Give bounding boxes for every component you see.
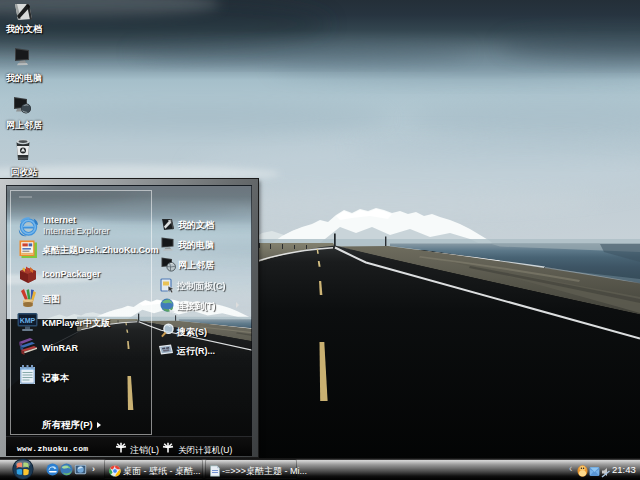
svg-text:KMP: KMP	[20, 317, 36, 324]
